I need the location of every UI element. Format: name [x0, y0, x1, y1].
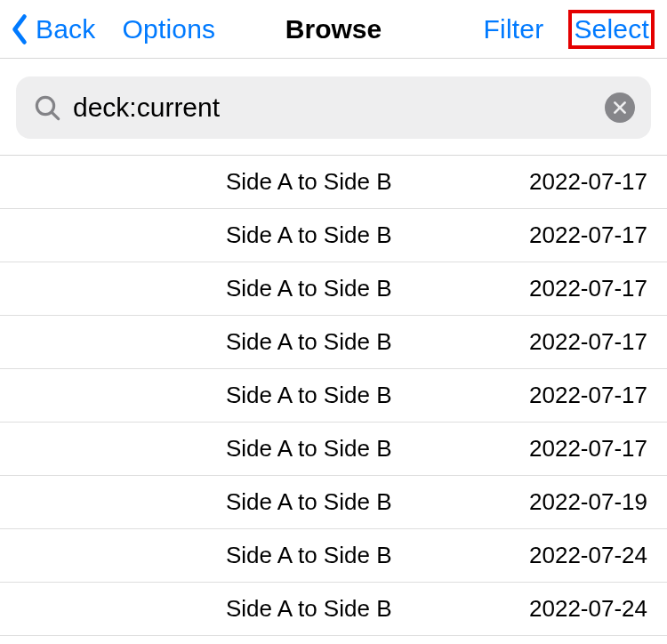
list-row[interactable]: Side A to Side B 2022-07-24 — [0, 529, 667, 583]
clear-icon[interactable] — [605, 93, 635, 123]
back-label: Back — [36, 14, 96, 44]
list-row[interactable]: Side A to Side B 2022-07-24 — [0, 583, 667, 636]
row-label: Side A to Side B — [226, 168, 391, 196]
row-label: Side A to Side B — [226, 435, 391, 463]
results-list: Side A to Side B 2022-07-17 Side A to Si… — [0, 156, 667, 636]
row-date: 2022-07-17 — [529, 221, 647, 249]
row-date: 2022-07-17 — [529, 328, 647, 356]
page-title: Browse — [285, 14, 382, 44]
list-row[interactable]: Side A to Side B 2022-07-17 — [0, 316, 667, 369]
search-field[interactable] — [16, 76, 651, 139]
select-button-highlight: Select — [568, 10, 655, 49]
list-row[interactable]: Side A to Side B 2022-07-17 — [0, 209, 667, 262]
search-icon — [32, 93, 62, 123]
row-date: 2022-07-17 — [529, 275, 647, 302]
list-row[interactable]: Side A to Side B 2022-07-17 — [0, 262, 667, 316]
row-label: Side A to Side B — [226, 221, 391, 249]
row-label: Side A to Side B — [226, 275, 391, 302]
list-row[interactable]: Side A to Side B 2022-07-17 — [0, 423, 667, 476]
navbar: Back Options Browse Filter Select — [0, 0, 667, 59]
filter-button[interactable]: Filter — [484, 14, 544, 44]
list-row[interactable]: Side A to Side B 2022-07-17 — [0, 156, 667, 209]
chevron-left-icon — [7, 13, 32, 45]
back-button[interactable]: Back — [7, 13, 96, 45]
list-row[interactable]: Side A to Side B 2022-07-17 — [0, 369, 667, 423]
row-label: Side A to Side B — [226, 488, 391, 516]
row-label: Side A to Side B — [226, 328, 391, 356]
select-button[interactable]: Select — [574, 13, 649, 45]
row-date: 2022-07-19 — [529, 488, 647, 516]
row-date: 2022-07-24 — [529, 542, 647, 569]
row-date: 2022-07-17 — [529, 168, 647, 196]
row-label: Side A to Side B — [226, 542, 391, 569]
row-label: Side A to Side B — [226, 595, 391, 623]
row-label: Side A to Side B — [226, 382, 391, 409]
row-date: 2022-07-17 — [529, 435, 647, 463]
search-input[interactable] — [73, 93, 605, 123]
row-date: 2022-07-17 — [529, 382, 647, 409]
svg-line-1 — [52, 112, 58, 118]
search-bar — [0, 59, 667, 156]
row-date: 2022-07-24 — [529, 595, 647, 623]
nav-right-group: Filter Select — [484, 10, 655, 49]
nav-left-group: Back Options — [7, 13, 215, 45]
list-row[interactable]: Side A to Side B 2022-07-19 — [0, 476, 667, 529]
options-button[interactable]: Options — [123, 14, 216, 44]
